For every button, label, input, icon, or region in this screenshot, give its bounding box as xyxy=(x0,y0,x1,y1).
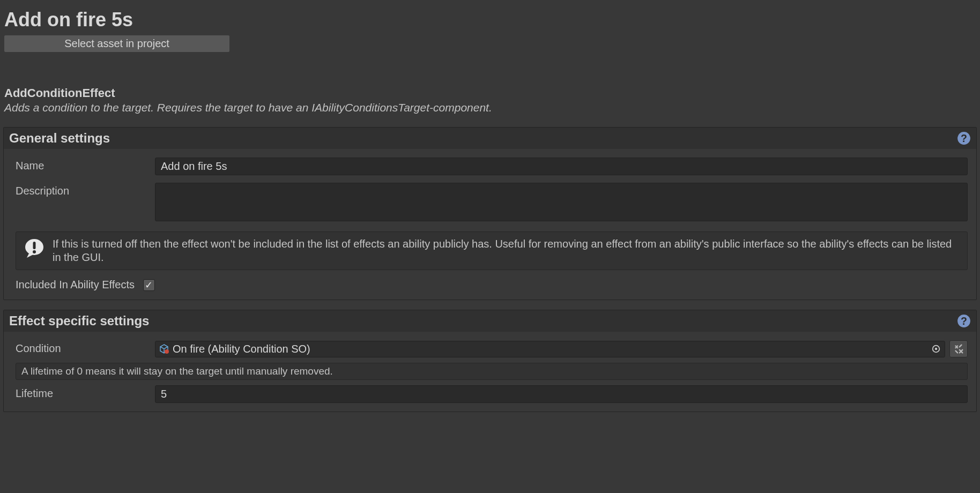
description-input[interactable] xyxy=(155,183,968,221)
select-asset-button[interactable]: Select asset in project xyxy=(4,35,229,52)
edit-condition-button[interactable] xyxy=(949,340,968,357)
lifetime-hint: A lifetime of 0 means it will stay on th… xyxy=(16,363,968,380)
lifetime-input[interactable] xyxy=(155,385,968,403)
included-info-box: If this is turned off then the effect wo… xyxy=(16,231,968,270)
included-label: Included In Ability Effects xyxy=(16,279,135,291)
svg-point-9 xyxy=(935,348,938,350)
svg-point-4 xyxy=(33,250,36,253)
header: Add on fire 5s Select asset in project xyxy=(0,0,980,56)
svg-text:?: ? xyxy=(961,132,967,144)
general-settings-header: General settings ? xyxy=(4,128,976,149)
svg-rect-3 xyxy=(33,242,36,249)
effect-class-name: AddConditionEffect xyxy=(4,86,976,100)
name-label: Name xyxy=(16,158,155,172)
scriptable-object-icon xyxy=(159,343,169,354)
description-label: Description xyxy=(16,183,155,197)
effect-specific-title: Effect specific settings xyxy=(9,313,149,328)
effect-meta: AddConditionEffect Adds a condition to t… xyxy=(0,86,980,124)
condition-object-field[interactable]: On fire (Ability Condition SO) xyxy=(155,341,945,357)
condition-label: Condition xyxy=(16,340,155,355)
included-info-text: If this is turned off then the effect wo… xyxy=(53,237,960,264)
effect-description: Adds a condition to the target. Requires… xyxy=(4,101,976,114)
general-settings-title: General settings xyxy=(9,131,110,146)
info-icon xyxy=(24,237,45,259)
help-icon[interactable]: ? xyxy=(957,314,971,328)
help-icon[interactable]: ? xyxy=(957,131,971,145)
included-checkbox[interactable] xyxy=(143,279,155,291)
name-input[interactable] xyxy=(155,158,968,175)
object-picker-icon[interactable] xyxy=(931,343,941,354)
page-title: Add on fire 5s xyxy=(4,9,976,31)
effect-specific-header: Effect specific settings ? xyxy=(4,310,976,332)
svg-point-7 xyxy=(165,349,169,354)
condition-value: On fire (Ability Condition SO) xyxy=(173,343,310,355)
general-settings-section: General settings ? Name Description xyxy=(3,127,977,300)
effect-specific-section: Effect specific settings ? Condition On … xyxy=(3,310,977,412)
lifetime-label: Lifetime xyxy=(16,385,155,400)
svg-text:?: ? xyxy=(961,315,967,327)
